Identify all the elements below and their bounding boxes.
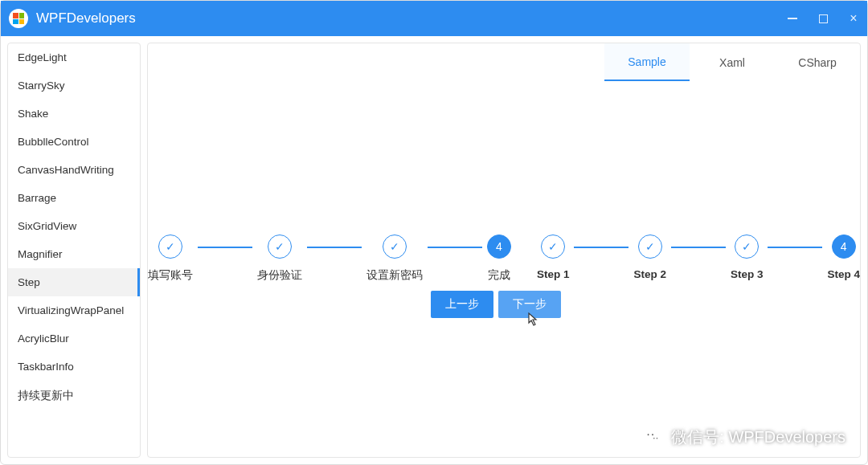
step-node: ✓Step 1 xyxy=(537,235,570,280)
check-icon: ✓ xyxy=(735,235,759,259)
sidebar-item-magnifier[interactable]: Magnifier xyxy=(8,240,140,268)
svg-point-1 xyxy=(651,435,661,443)
step-connector xyxy=(768,247,822,248)
window-controls: × xyxy=(787,13,859,24)
maximize-button[interactable] xyxy=(817,13,829,24)
step-node: ✓Step 2 xyxy=(633,235,666,280)
step-node: ✓填写账号 xyxy=(148,235,193,283)
step-number: 4 xyxy=(487,235,511,259)
step-label: 填写账号 xyxy=(148,268,193,283)
step-node: 4完成 xyxy=(487,235,511,283)
content-area: ✓填写账号✓身份验证✓设置新密码4完成✓Step 1✓Step 2✓Step 3… xyxy=(148,82,860,457)
step-label: Step 4 xyxy=(827,268,860,280)
tab-bar: SampleXamlCSharp xyxy=(148,43,860,82)
step-number: 4 xyxy=(832,235,856,259)
step-node: 4Step 4 xyxy=(827,235,860,280)
step-node: ✓设置新密码 xyxy=(366,235,423,283)
svg-point-3 xyxy=(652,434,653,435)
sidebar[interactable]: EdgeLightStarrySkyShakeBubblleControlCan… xyxy=(7,43,141,458)
steps-row: ✓填写账号✓身份验证✓设置新密码4完成✓Step 1✓Step 2✓Step 3… xyxy=(148,235,860,283)
check-icon: ✓ xyxy=(541,235,565,259)
check-icon: ✓ xyxy=(158,235,182,259)
svg-point-5 xyxy=(657,438,657,438)
step-connector xyxy=(574,247,628,248)
app-title: WPFDevelopers xyxy=(36,10,136,27)
step-connector xyxy=(671,247,726,248)
svg-point-4 xyxy=(653,438,654,438)
minimize-button[interactable] xyxy=(787,13,798,24)
step-connector xyxy=(198,247,252,248)
prev-step-button[interactable]: 上一步 xyxy=(431,291,493,318)
sidebar-item-virtualizingwrappanel[interactable]: VirtualizingWrapPanel xyxy=(8,296,140,324)
step-connector xyxy=(307,247,362,248)
check-icon: ✓ xyxy=(383,235,407,259)
main-panel: SampleXamlCSharp ✓填写账号✓身份验证✓设置新密码4完成✓Ste… xyxy=(147,43,861,458)
tab-csharp[interactable]: CSharp xyxy=(775,43,860,81)
sidebar-item-shake[interactable]: Shake xyxy=(8,100,140,128)
app-logo-icon xyxy=(9,9,28,28)
sidebar-item-canvashandwriting[interactable]: CanvasHandWriting xyxy=(8,156,140,184)
step-label: Step 3 xyxy=(731,268,764,280)
step-buttons: 上一步 下一步 xyxy=(431,291,561,318)
sidebar-item-step[interactable]: Step xyxy=(8,268,140,296)
step-node: ✓身份验证 xyxy=(257,235,302,283)
svg-point-2 xyxy=(648,434,649,435)
step-connector xyxy=(428,247,482,248)
step-label: 身份验证 xyxy=(257,268,302,283)
step-label: 设置新密码 xyxy=(366,268,423,283)
sidebar-item-sixgridview[interactable]: SixGridView xyxy=(8,212,140,240)
sidebar-item-持续更新中[interactable]: 持续更新中 xyxy=(8,381,140,411)
next-step-button[interactable]: 下一步 xyxy=(498,291,561,318)
app-window: WPFDevelopers × EdgeLightStarrySkyShakeB… xyxy=(0,0,868,465)
tab-xaml[interactable]: Xaml xyxy=(690,43,775,81)
close-button[interactable]: × xyxy=(848,13,859,24)
step-label: Step 1 xyxy=(537,268,570,280)
step-node: ✓Step 3 xyxy=(731,235,764,280)
sidebar-item-edgelight[interactable]: EdgeLight xyxy=(8,43,140,71)
sidebar-item-barrage[interactable]: Barrage xyxy=(8,184,140,212)
titlebar[interactable]: WPFDevelopers × xyxy=(1,1,867,36)
watermark: 微信号: WPFDevelopers xyxy=(641,425,845,449)
sidebar-item-acrylicblur[interactable]: AcrylicBlur xyxy=(8,324,140,353)
check-icon: ✓ xyxy=(268,235,292,259)
step-label: Step 2 xyxy=(633,268,666,280)
sidebar-item-bubbllecontrol[interactable]: BubblleControl xyxy=(8,128,140,156)
sidebar-item-taskbarinfo[interactable]: TaskbarInfo xyxy=(8,353,140,381)
step-label: 完成 xyxy=(488,268,510,283)
watermark-text: 微信号: WPFDevelopers xyxy=(671,426,845,448)
sidebar-item-starrysky[interactable]: StarrySky xyxy=(8,71,140,100)
tab-sample[interactable]: Sample xyxy=(604,43,690,81)
app-body: EdgeLightStarrySkyShakeBubblleControlCan… xyxy=(1,36,867,464)
check-icon: ✓ xyxy=(638,235,662,259)
wechat-icon xyxy=(641,425,665,449)
